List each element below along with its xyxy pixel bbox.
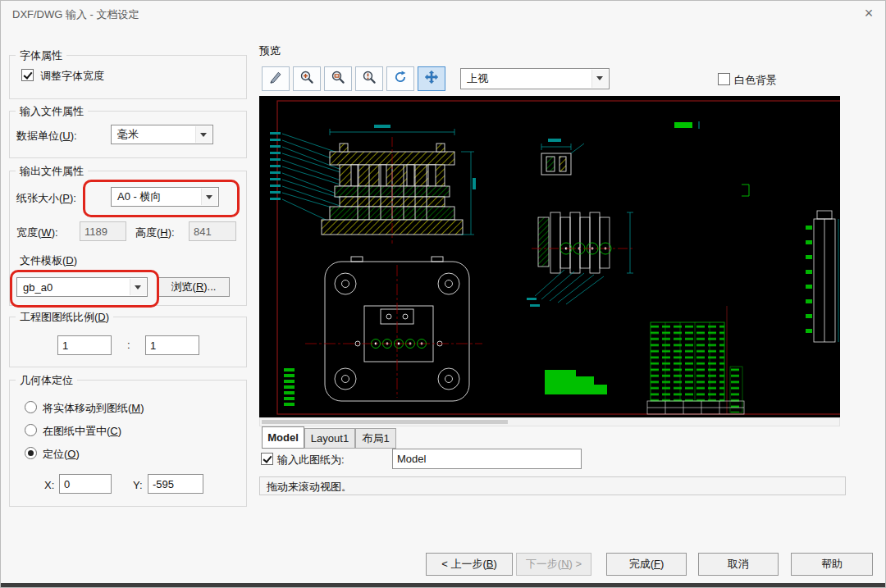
tool-pan-button[interactable] xyxy=(418,66,445,91)
input-file-properties-group: 输入文件属性 数据单位(U): 毫米 xyxy=(9,111,247,158)
input-file-properties-group-title: 输入文件属性 xyxy=(16,104,88,119)
tool-refresh-button[interactable] xyxy=(386,66,414,91)
next-button[interactable]: 下一步(N) > xyxy=(516,553,591,576)
dxf-dwg-import-dialog: DXF/DWG 输入 - 文档设定 × 字体属性 调整字体宽度 输入文件属性 数… xyxy=(0,0,886,588)
view-orientation-value: 上视 xyxy=(467,71,488,86)
scale-separator: : xyxy=(127,339,130,351)
x-coordinate-input[interactable] xyxy=(59,474,112,494)
chevron-down-icon xyxy=(195,126,212,143)
position-radio[interactable] xyxy=(25,447,37,459)
zoom-fit-icon xyxy=(331,70,345,88)
output-file-properties-group-title: 输出文件属性 xyxy=(16,164,88,179)
position-radio-label[interactable]: 定位(O) xyxy=(43,447,80,462)
dialog-title: DXF/DWG 输入 - 文档设定 xyxy=(12,7,139,22)
paper-size-label: 纸张大小(P): xyxy=(16,191,76,206)
cancel-button[interactable]: 取消 xyxy=(698,553,779,576)
y-coordinate-input[interactable] xyxy=(148,474,203,494)
y-coordinate-label: Y: xyxy=(133,479,143,491)
data-unit-dropdown[interactable]: 毫米 xyxy=(111,125,213,144)
back-button[interactable]: < 上一步(B) xyxy=(426,553,513,576)
window-bottom-edge xyxy=(1,583,886,588)
status-bar: 拖动来滚动视图。 xyxy=(259,476,846,495)
browse-button[interactable]: 浏览(R)... xyxy=(158,277,230,297)
tool-zoom-area-button[interactable] xyxy=(355,66,383,91)
move-entities-radio-label[interactable]: 将实体移动到图纸(M) xyxy=(43,401,144,416)
tool-zoom-fit-button[interactable] xyxy=(324,66,352,91)
data-unit-label: 数据单位(U): xyxy=(16,129,77,144)
pen-icon xyxy=(268,70,283,88)
paper-height-input[interactable] xyxy=(189,221,236,241)
tab-layout1[interactable]: Layout1 xyxy=(304,428,355,449)
x-coordinate-label: X: xyxy=(44,479,54,491)
status-text: 拖动来滚动视图。 xyxy=(267,480,352,495)
zoom-in-icon xyxy=(299,70,314,88)
white-background-checkbox[interactable] xyxy=(718,73,730,85)
zoom-area-icon xyxy=(362,70,377,88)
tab-layout1-cn[interactable]: 布局1 xyxy=(355,428,396,449)
refresh-icon xyxy=(393,70,408,88)
paper-size-dropdown[interactable]: A0 - 横向 xyxy=(111,187,219,207)
chevron-down-icon xyxy=(130,279,146,295)
center-in-sheet-radio[interactable] xyxy=(25,424,37,436)
close-icon[interactable]: × xyxy=(852,1,885,27)
preview-viewport[interactable] xyxy=(259,96,840,417)
tool-pen-button[interactable] xyxy=(262,66,290,91)
import-sheet-label[interactable]: 输入此图纸为: xyxy=(277,453,345,467)
tool-zoom-in-button[interactable] xyxy=(293,66,321,91)
cad-drawing xyxy=(259,96,840,417)
view-orientation-dropdown[interactable]: 上视 xyxy=(460,68,610,89)
file-template-label: 文件模板(D) xyxy=(20,253,77,268)
font-properties-group: 字体属性 调整字体宽度 xyxy=(9,55,247,99)
white-background-label[interactable]: 白色背景 xyxy=(734,73,777,88)
paper-size-value: A0 - 横向 xyxy=(117,189,161,204)
adjust-font-width-label[interactable]: 调整字体宽度 xyxy=(40,69,104,84)
paper-height-label: 高度(H): xyxy=(135,226,175,240)
font-properties-group-title: 字体属性 xyxy=(16,48,66,63)
paper-width-label: 宽度(W): xyxy=(16,226,58,240)
finish-button[interactable]: 完成(F) xyxy=(606,553,687,576)
sheet-scale-group: 工程图图纸比例(D) : xyxy=(9,317,247,367)
data-unit-value: 毫米 xyxy=(117,127,139,142)
titlebar[interactable]: DXF/DWG 输入 - 文档设定 × xyxy=(1,1,885,27)
sheet-scale-group-title: 工程图图纸比例(D) xyxy=(16,310,113,325)
center-in-sheet-radio-label[interactable]: 在图纸中置中(C) xyxy=(43,424,121,439)
file-template-dropdown[interactable]: gb_a0 xyxy=(16,277,148,297)
chevron-down-icon xyxy=(201,189,217,205)
output-file-properties-group: 输出文件属性 纸张大小(P): A0 - 横向 宽度(W): 高度(H): 文件… xyxy=(9,171,247,306)
import-sheet-checkbox[interactable] xyxy=(261,453,273,465)
sheet-name-input[interactable] xyxy=(392,449,582,469)
chevron-down-icon xyxy=(591,70,608,88)
tab-model[interactable]: Model xyxy=(262,426,304,449)
paper-width-input[interactable] xyxy=(80,221,126,241)
scale-numerator-input[interactable] xyxy=(57,335,112,355)
move-entities-radio[interactable] xyxy=(25,401,37,413)
scrollbar-thumb[interactable] xyxy=(262,420,508,424)
pan-icon xyxy=(424,70,439,88)
help-button[interactable]: 帮助 xyxy=(791,553,873,576)
preview-title: 预览 xyxy=(259,43,281,58)
preview-hscrollbar[interactable] xyxy=(259,417,840,426)
geometry-positioning-group: 几何体定位 将实体移动到图纸(M) 在图纸中置中(C) 定位(O) X: Y: xyxy=(9,380,247,507)
geometry-positioning-group-title: 几何体定位 xyxy=(16,373,77,388)
adjust-font-width-checkbox[interactable] xyxy=(21,69,34,81)
file-template-value: gb_a0 xyxy=(23,281,53,294)
scale-denominator-input[interactable] xyxy=(145,335,199,355)
